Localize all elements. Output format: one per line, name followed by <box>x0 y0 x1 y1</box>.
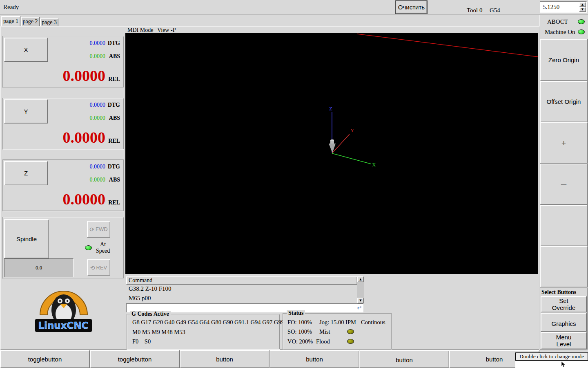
feed-override-label: FO: 100% <box>287 319 312 326</box>
tab-page-1[interactable]: page 1 <box>1 16 20 27</box>
bottom-togglebutton-2[interactable]: togglebutton <box>90 350 180 368</box>
dro-z-dtg-row: 0.0000 DTG <box>77 164 120 170</box>
dro-x-dtg-row: 0.0000 DTG <box>77 40 120 47</box>
spinbox-value: 5.1250 <box>543 4 559 11</box>
dro-x-rel-row: 0.0000 REL <box>63 67 120 85</box>
spindle-rev-label: REV <box>96 265 107 271</box>
spin-down-icon[interactable]: ▼ <box>579 7 586 12</box>
dro-y-abs-value: 0.0000 <box>77 115 105 121</box>
mdi-history-list[interactable]: G38.2 Z-10 F100 M65 p00 <box>126 285 357 303</box>
dro-x-abs-value: 0.0000 <box>77 53 105 60</box>
dro-z-rel-value: 0.0000 <box>63 190 106 208</box>
dash-icon: — <box>561 181 567 188</box>
spin-up-icon[interactable]: ▲ <box>579 2 586 7</box>
dro-abs-label: ABS <box>105 177 120 183</box>
at-speed-led-icon <box>85 245 92 250</box>
bottom-button-5[interactable]: button <box>359 350 449 368</box>
graphics-button[interactable]: Graphics <box>541 313 587 332</box>
dro-rel-label: REL <box>105 200 120 206</box>
blank-button-2[interactable] <box>540 246 588 287</box>
axis-x-button[interactable]: X <box>4 38 48 62</box>
dro-z-dtg-value: 0.0000 <box>77 164 105 170</box>
machine-on-indicator[interactable]: Machine On <box>541 28 587 36</box>
history-scrollbar[interactable]: ▲ ▼ <box>357 276 364 303</box>
command-column-header[interactable]: Command <box>126 276 357 285</box>
dro-dtg-label: DTG <box>105 40 120 47</box>
dro-frame-y: Y 0.0000 DTG 0.0000 ABS 0.0000 REL <box>2 98 124 150</box>
status-frame: Status FO: 100% Jog: 15.00 IPM Continous… <box>283 313 392 350</box>
dro-y-dtg-row: 0.0000 DTG <box>77 102 120 108</box>
y-axis-label: Y <box>350 127 354 133</box>
dro-y-abs-row: 0.0000 ABS <box>77 115 120 121</box>
dro-x-abs-row: 0.0000 ABS <box>77 53 120 60</box>
zero-origin-button[interactable]: Zero Origin <box>540 39 588 81</box>
spindle-rev-button[interactable]: ⟲ REV <box>87 259 110 276</box>
mdi-history-row[interactable]: G38.2 Z-10 F100 <box>126 285 357 294</box>
mode-entry-strip[interactable] <box>515 361 588 368</box>
dro-rel-label: REL <box>105 76 120 83</box>
gcodes-title: G Codes Active <box>130 311 171 317</box>
menu-level-button[interactable]: Menu Level <box>541 332 587 349</box>
dro-y-rel-value: 0.0000 <box>63 128 106 146</box>
jog-mode-label: Continous <box>361 319 385 326</box>
spindle-rev-icon: ⟲ <box>90 265 95 271</box>
dro-frame-x: X 0.0000 DTG 0.0000 ABS 0.0000 REL <box>2 36 124 88</box>
move-mode-button[interactable]: + <box>540 122 588 164</box>
spindle-fwd-button[interactable]: ⟳ FWD <box>87 221 110 238</box>
scroll-down-icon[interactable]: ▼ <box>357 298 364 303</box>
dro-z-rel-row: 0.0000 REL <box>63 190 120 208</box>
z-axis-label: Z <box>329 105 332 112</box>
estop-label: АВОСТ <box>547 18 568 25</box>
axis-z-button[interactable]: Z <box>4 161 48 185</box>
enter-icon[interactable]: ↵ <box>356 304 363 312</box>
tool-number-label: Tool 0 <box>467 7 483 14</box>
dash-mode-button[interactable]: — <box>540 164 588 205</box>
dro-z-abs-value: 0.0000 <box>77 177 105 183</box>
dro-z-abs-row: 0.0000 ABS <box>77 177 120 183</box>
machine-on-label: Machine On <box>545 29 575 36</box>
gremlin-3d-preview[interactable]: Z Y X <box>125 33 538 274</box>
gcodes-frame: G Codes Active G8 G17 G20 G40 G49 G54 G6… <box>127 314 280 350</box>
jog-increment-spinbox[interactable]: 5.1250 ▲ ▼ <box>540 1 587 13</box>
clear-button[interactable]: Очистить <box>395 0 428 14</box>
estop-indicator[interactable]: АВОСТ <box>541 18 587 26</box>
dro-abs-label: ABS <box>105 53 120 60</box>
flood-led-icon <box>347 339 354 344</box>
active-gcodes-line: G8 G17 G20 G40 G49 G54 G64 G80 G90 G91.1… <box>132 319 284 326</box>
active-mcodes-line: M0 M5 M9 M48 M53 <box>132 329 185 336</box>
bottom-button-3[interactable]: button <box>180 350 270 368</box>
linuxcnc-logo: LinuxCNC <box>28 283 99 337</box>
dro-rel-label: REL <box>105 138 120 144</box>
dro-y-rel-row: 0.0000 REL <box>63 128 120 146</box>
dro-dtg-label: DTG <box>105 164 120 170</box>
set-override-button[interactable]: Set Override <box>541 296 587 312</box>
offset-origin-button[interactable]: Offset Origin <box>540 81 588 122</box>
x-axis-label: X <box>372 162 376 168</box>
machine-on-led-icon <box>578 29 585 34</box>
mist-led-icon <box>347 329 354 334</box>
dro-x-dtg-value: 0.0000 <box>77 40 105 47</box>
spindle-button[interactable]: Spindle <box>4 219 49 258</box>
bottom-togglebutton-1[interactable]: togglebutton <box>0 350 90 368</box>
scroll-up-icon[interactable]: ▲ <box>357 276 364 282</box>
at-speed-indicator: At Speed <box>85 241 110 254</box>
spindle-speed-display[interactable]: 0.0 <box>4 258 74 277</box>
dro-x-rel-value: 0.0000 <box>63 67 106 85</box>
dro-dtg-label: DTG <box>105 102 120 108</box>
spindle-override-label: SO: 100% <box>287 328 312 335</box>
velocity-override-label: VO: 200% <box>287 338 313 345</box>
mdi-history-row[interactable]: M65 p00 <box>126 294 357 303</box>
status-title: Status <box>287 310 305 316</box>
dro-abs-label: ABS <box>105 115 120 121</box>
axis-y-button[interactable]: Y <box>4 99 48 123</box>
spindle-fwd-icon: ⟳ <box>89 226 94 233</box>
mode-change-tooltip: Double click to change mode <box>515 352 588 361</box>
at-speed-label: At Speed <box>96 241 110 254</box>
logo-text: LinuxCNC <box>38 320 88 331</box>
blank-button-1[interactable] <box>540 205 588 246</box>
spindle-fwd-label: FWD <box>96 226 108 232</box>
active-fs-line: F0 S0 <box>132 338 151 345</box>
tab-page-3[interactable]: page 3 <box>40 18 58 27</box>
bottom-button-4[interactable]: button <box>270 350 359 368</box>
tab-page-2[interactable]: page 2 <box>21 17 40 27</box>
